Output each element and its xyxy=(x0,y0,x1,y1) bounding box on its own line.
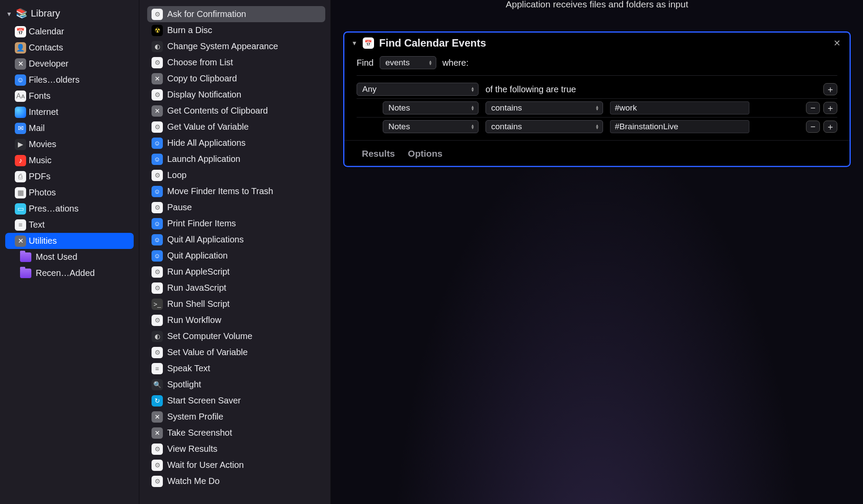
action-view-results[interactable]: ⚙View Results xyxy=(147,441,325,457)
action-icon: ⚙ xyxy=(152,202,163,213)
workflow-canvas: Application receives files and folders a… xyxy=(331,0,863,504)
rule-value-input[interactable] xyxy=(610,120,749,133)
select-arrows-icon: ▲▼ xyxy=(428,60,432,65)
action-take-screenshot[interactable]: ✕Take Screenshot xyxy=(147,425,325,441)
action-label: Run Shell Script xyxy=(167,299,229,309)
action-get-contents-of-clipboard[interactable]: ✕Get Contents of Clipboard xyxy=(147,103,325,119)
action-pause[interactable]: ⚙Pause xyxy=(147,199,325,215)
action-choose-from-list[interactable]: ⚙Choose from List xyxy=(147,54,325,71)
action-icon: ☺ xyxy=(152,138,163,149)
action-icon: ✕ xyxy=(152,105,163,117)
sidebar-item-label: Developer xyxy=(29,59,68,69)
action-print-finder-items[interactable]: ☺Print Finder Items xyxy=(147,215,325,232)
add-rule-group-button[interactable]: ＋ xyxy=(823,83,837,95)
action-quit-all-applications[interactable]: ☺Quit All Applications xyxy=(147,232,325,248)
action-hide-all-applications[interactable]: ☺Hide All Applications xyxy=(147,135,325,151)
rule-field-select[interactable]: Notes ▲▼ xyxy=(383,101,479,114)
action-label: Run JavaScript xyxy=(167,283,226,293)
action-quit-application[interactable]: ☺Quit Application xyxy=(147,248,325,264)
find-target-select[interactable]: events ▲▼ xyxy=(380,56,436,69)
action-label: Launch Application xyxy=(167,154,240,164)
action-card-find-calendar-events[interactable]: ▼ 📅 Find Calendar Events ✕ Find events ▲… xyxy=(343,31,851,167)
action-label: Ask for Confirmation xyxy=(167,9,246,19)
action-copy-to-clipboard[interactable]: ✕Copy to Clipboard xyxy=(147,71,325,87)
sidebar-item-internet[interactable]: Internet xyxy=(5,104,134,120)
match-mode-select[interactable]: Any ▲▼ xyxy=(357,83,479,96)
rule-operator-select[interactable]: contains ▲▼ xyxy=(485,101,603,114)
action-watch-me-do[interactable]: ⚙Watch Me Do xyxy=(147,473,325,489)
action-run-shell-script[interactable]: >_Run Shell Script xyxy=(147,296,325,312)
action-run-workflow[interactable]: ⚙Run Workflow xyxy=(147,312,325,328)
rule-field-select[interactable]: Notes ▲▼ xyxy=(383,120,479,133)
sidebar-folder-recently-added[interactable]: Recen…Added xyxy=(5,265,134,281)
rule-field-value: Notes xyxy=(388,122,410,131)
action-label: Print Finder Items xyxy=(167,218,236,228)
action-label: Watch Me Do xyxy=(167,476,219,486)
action-label: Change System Appearance xyxy=(167,41,278,51)
rule-row: Notes ▲▼ contains ▲▼ − ＋ xyxy=(357,99,837,117)
rule-value-input[interactable] xyxy=(610,101,749,114)
remove-rule-button[interactable]: − xyxy=(806,121,820,133)
collapse-triangle-icon[interactable]: ▼ xyxy=(351,40,357,47)
sidebar-folder-most-used[interactable]: Most Used xyxy=(5,249,134,265)
action-label: Take Screenshot xyxy=(167,428,232,438)
action-spotlight[interactable]: 🔍Spotlight xyxy=(147,376,325,393)
sidebar-item-fonts[interactable]: AᴀFonts xyxy=(5,88,134,104)
remove-rule-button[interactable]: − xyxy=(806,102,820,114)
sidebar-item-text[interactable]: ≡Text xyxy=(5,217,134,233)
action-list-column: ⚙Ask for Confirmation☢Burn a Disc◐Change… xyxy=(139,0,331,504)
action-card-tabs: Results Options xyxy=(344,140,850,166)
sidebar-item-label: Movies xyxy=(29,139,56,149)
category-icon: ♪ xyxy=(15,155,26,166)
sidebar-item-calendar[interactable]: 📅Calendar xyxy=(5,24,134,40)
action-label: Quit All Applications xyxy=(167,235,244,245)
sidebar-item-photos[interactable]: ▦Photos xyxy=(5,185,134,201)
action-system-profile[interactable]: ✕System Profile xyxy=(147,409,325,425)
rule-operator-select[interactable]: contains ▲▼ xyxy=(485,120,603,133)
action-icon: ⚙ xyxy=(152,476,163,487)
sidebar-item-label: Pres…ations xyxy=(29,204,79,214)
sidebar-item-movies[interactable]: ▶Movies xyxy=(5,136,134,152)
action-label: Run Workflow xyxy=(167,315,221,325)
add-rule-button[interactable]: ＋ xyxy=(823,121,837,133)
action-loop[interactable]: ⚙Loop xyxy=(147,167,325,183)
sidebar-item-mail[interactable]: ✉Mail xyxy=(5,120,134,136)
rule-field-value: Notes xyxy=(388,103,410,113)
action-burn-a-disc[interactable]: ☢Burn a Disc xyxy=(147,22,325,38)
action-speak-text[interactable]: ≡Speak Text xyxy=(147,360,325,376)
action-move-finder-items-to-trash[interactable]: ☺Move Finder Items to Trash xyxy=(147,183,325,199)
action-icon: ≡ xyxy=(152,363,163,374)
sidebar-item-contacts[interactable]: 👤Contacts xyxy=(5,40,134,56)
close-icon[interactable]: ✕ xyxy=(832,36,843,50)
add-rule-button[interactable]: ＋ xyxy=(823,102,837,114)
action-run-applescript[interactable]: ⚙Run AppleScript xyxy=(147,264,325,280)
action-change-system-appearance[interactable]: ◐Change System Appearance xyxy=(147,38,325,54)
library-header[interactable]: ▼ 📚 Library xyxy=(0,6,139,24)
action-label: Choose from List xyxy=(167,57,233,67)
select-arrows-icon: ▲▼ xyxy=(471,87,475,92)
disclosure-triangle-icon[interactable]: ▼ xyxy=(6,10,12,17)
sidebar-item-files-folders[interactable]: ☺Files…olders xyxy=(5,72,134,88)
action-ask-for-confirmation[interactable]: ⚙Ask for Confirmation xyxy=(147,6,325,22)
sidebar-item-presentations[interactable]: ▭Pres…ations xyxy=(5,201,134,217)
action-set-computer-volume[interactable]: ◐Set Computer Volume xyxy=(147,328,325,344)
sidebar-item-label: Fonts xyxy=(29,91,51,101)
tab-options[interactable]: Options xyxy=(408,148,442,159)
action-set-value-of-variable[interactable]: ⚙Set Value of Variable xyxy=(147,344,325,360)
sidebar-item-label: Calendar xyxy=(29,27,64,37)
action-get-value-of-variable[interactable]: ⚙Get Value of Variable xyxy=(147,119,325,135)
action-label: Move Finder Items to Trash xyxy=(167,186,273,196)
action-display-notification[interactable]: ⚙Display Notification xyxy=(147,87,325,103)
sidebar-item-pdfs[interactable]: ⎙PDFs xyxy=(5,168,134,185)
tab-results[interactable]: Results xyxy=(362,148,395,159)
sidebar-item-utilities[interactable]: ✕Utilities xyxy=(5,233,134,249)
action-icon: ↻ xyxy=(152,395,163,407)
sidebar-item-developer[interactable]: ✕Developer xyxy=(5,56,134,72)
action-start-screen-saver[interactable]: ↻Start Screen Saver xyxy=(147,393,325,409)
action-card-title: Find Calendar Events xyxy=(379,37,826,49)
sidebar-item-music[interactable]: ♪Music xyxy=(5,152,134,168)
action-run-javascript[interactable]: ⚙Run JavaScript xyxy=(147,280,325,296)
action-launch-application[interactable]: ☺Launch Application xyxy=(147,151,325,167)
category-icon: ▦ xyxy=(15,187,26,198)
action-wait-for-user-action[interactable]: ⚙Wait for User Action xyxy=(147,457,325,473)
